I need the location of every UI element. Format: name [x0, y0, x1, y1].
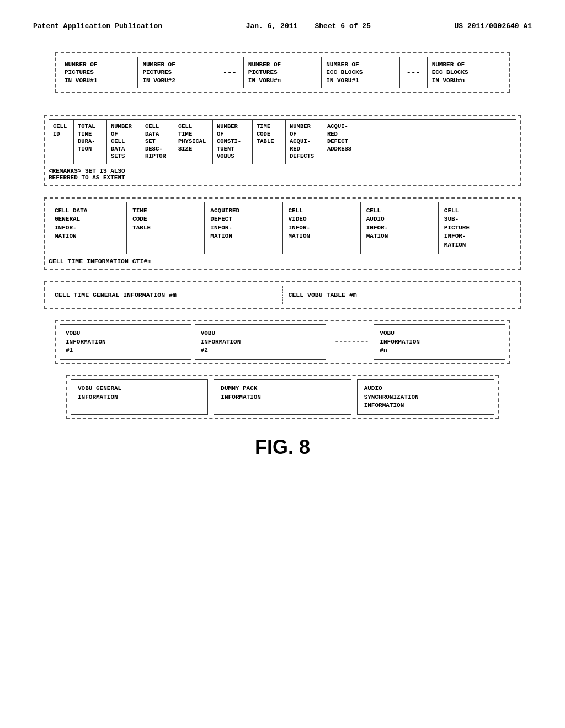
mid-table: CELLID TOTALTIMEDURA-TION NUMBEROFCELLDA…	[49, 119, 516, 164]
cell-data-general-info: CELL DATAGENERALINFOR-MATION	[49, 202, 127, 254]
mid-cell-num-consti: NUMBEROFCONSTI-TUENTVOBUS	[213, 120, 253, 164]
vobu-general-info: VOBU GENERALINFORMATION	[71, 379, 208, 415]
top-cell-3: NUMBER OFPICTURESIN VOBU#n	[244, 57, 322, 88]
cell-video-info: CELLVIDEOINFOR-MATION	[283, 202, 361, 254]
cell-audio-info: CELLAUDIOINFOR-MATION	[361, 202, 439, 254]
vobu-row: VOBUINFORMATION#1 VOBUINFORMATION#2 ----…	[60, 324, 505, 360]
top-cell-1: NUMBER OFPICTURESIN VOBU#1	[60, 57, 138, 88]
top-cell-5: NUMBER OFECC BLOCKSIN VOBU#n	[428, 57, 505, 88]
mid-cell-num-cell-data: NUMBEROFCELLDATASETS	[107, 120, 141, 164]
header-patent-number: US 2011/0002640 A1	[455, 22, 532, 30]
vobu-detail-outer: VOBU GENERALINFORMATION DUMMY PACKINFORM…	[66, 375, 499, 419]
figure-label: FIG. 8	[33, 436, 532, 459]
main-content: NUMBER OFPICTURESIN VOBU#1 NUMBER OFPICT…	[33, 52, 532, 419]
top-cell-2: NUMBER OFPICTURESIN VOBU#2	[138, 57, 216, 88]
vobu-info-n: VOBUINFORMATION#n	[374, 324, 505, 360]
cti-label: CELL TIME INFORMATION CTI#m	[49, 256, 516, 266]
top-section: NUMBER OFPICTURESIN VOBU#1 NUMBER OFPICT…	[55, 52, 510, 104]
header-date-sheet: Jan. 6, 2011 Sheet 6 of 25	[246, 22, 371, 30]
header: Patent Application Publication Jan. 6, 2…	[33, 22, 532, 30]
top-dashed-container: NUMBER OFPICTURESIN VOBU#1 NUMBER OFPICT…	[55, 52, 510, 93]
page: Patent Application Publication Jan. 6, 2…	[0, 0, 565, 728]
cti-outer-container: CELL TIME GENERAL INFORMATION #m CELL VO…	[44, 281, 521, 309]
cti-inner-row: CELL TIME GENERAL INFORMATION #m CELL VO…	[49, 286, 516, 304]
mid-cell-time-code-table: TIMECODETABLE	[253, 120, 286, 164]
top-row: NUMBER OFPICTURESIN VOBU#1 NUMBER OFPICT…	[60, 57, 505, 88]
header-publication: Patent Application Publication	[33, 22, 162, 30]
third-row: CELL DATAGENERALINFOR-MATION TIMECODETAB…	[49, 202, 516, 254]
cell-time-general-info: CELL TIME GENERAL INFORMATION #m	[49, 286, 283, 304]
dummy-pack-info: DUMMY PACKINFORMATION	[214, 379, 351, 415]
acquired-defect-info: ACQUIREDDEFECTINFOR-MATION	[205, 202, 282, 254]
remarks-text: <REMARKS> SET IS ALSOREFERRED TO AS EXTE…	[49, 167, 516, 182]
vobu-separator: --------	[329, 324, 374, 360]
cell-sub-picture-info: CELLSUB-PICTUREINFOR-MATION	[439, 202, 516, 254]
mid-section: CELLID TOTALTIMEDURA-TION NUMBEROFCELLDA…	[44, 115, 521, 186]
vobu-section: VOBUINFORMATION#1 VOBUINFORMATION#2 ----…	[55, 320, 510, 364]
vobu-outer-container: VOBUINFORMATION#1 VOBUINFORMATION#2 ----…	[55, 320, 510, 364]
time-code-table-cell: TIMECODETABLE	[127, 202, 205, 254]
vobu-info-1: VOBUINFORMATION#1	[60, 324, 191, 360]
third-section: CELL DATAGENERALINFOR-MATION TIMECODETAB…	[44, 197, 521, 270]
mid-cell-total-time: TOTALTIMEDURA-TION	[74, 120, 107, 164]
mid-cell-id: CELLID	[49, 120, 74, 164]
top-cell-4: NUMBER OFECC BLOCKSIN VOBU#1	[322, 57, 399, 88]
top-separator-2: ---	[400, 57, 428, 88]
vobu-detail-section: VOBU GENERALINFORMATION DUMMY PACKINFORM…	[66, 375, 499, 419]
mid-cell-physical-size: CELLTIMEPHYSICALSIZE	[174, 120, 213, 164]
audio-sync-info: AUDIOSYNCHRONIZATIONINFORMATION	[357, 379, 494, 415]
vobu-info-2: VOBUINFORMATION#2	[195, 324, 327, 360]
third-dashed-container: CELL DATAGENERALINFOR-MATION TIMECODETAB…	[44, 197, 521, 270]
mid-table-wrapper: CELLID TOTALTIMEDURA-TION NUMBEROFCELLDA…	[44, 115, 521, 186]
mid-cell-defect-address: ACQUI-REDDEFECTADDRESS	[323, 120, 361, 164]
mid-cell-num-acquired: NUMBEROFACQUI-REDDEFECTS	[286, 120, 323, 164]
cell-vobu-table: CELL VOBU TABLE #m	[283, 286, 516, 304]
vobu-detail-row: VOBU GENERALINFORMATION DUMMY PACKINFORM…	[71, 379, 494, 415]
top-separator-1: ---	[216, 57, 244, 88]
mid-cell-data-set-desc: CELLDATASETDESC-RIPTOR	[141, 120, 174, 164]
cti-section: CELL TIME GENERAL INFORMATION #m CELL VO…	[44, 281, 521, 309]
